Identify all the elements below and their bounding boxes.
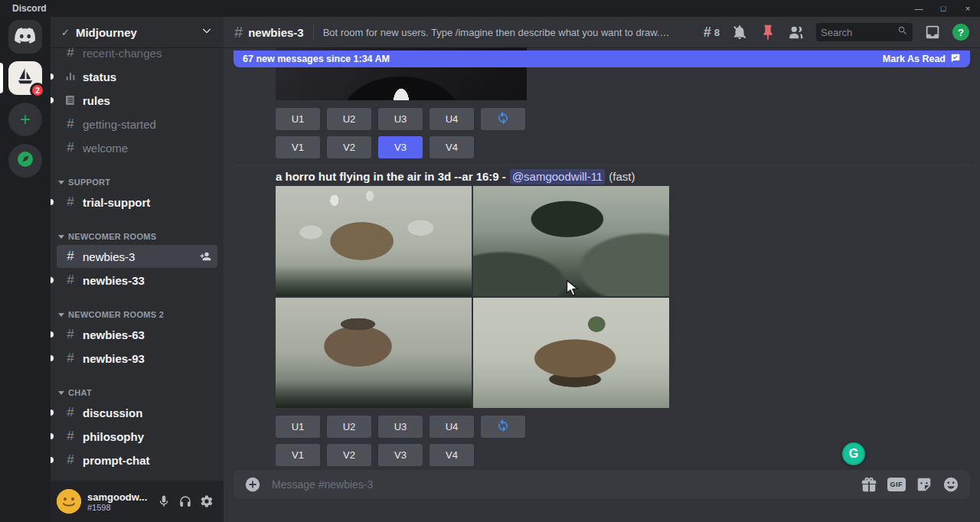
generated-image-1[interactable] xyxy=(276,186,472,296)
chevron-down-icon xyxy=(58,181,64,184)
channel-prompt-chat[interactable]: # prompt-chat xyxy=(57,449,217,471)
reroll-button[interactable] xyxy=(481,416,525,438)
channel-topic[interactable]: Bot room for new users. Type /imagine th… xyxy=(323,27,671,38)
user-mention[interactable]: @samgoodwill-11 xyxy=(510,169,605,184)
headphones-icon[interactable] xyxy=(175,491,196,512)
prompt-text: a horro hut flying in the air in 3d --ar… xyxy=(276,169,506,184)
gif-picker-icon[interactable]: GIF xyxy=(887,478,906,491)
channel-newbies-93[interactable]: # newbies-93 xyxy=(57,347,217,370)
sticker-icon[interactable] xyxy=(916,476,933,493)
channel-recent-changes[interactable]: # recent-changes xyxy=(57,47,217,64)
midjourney-server-icon[interactable]: 2 xyxy=(8,61,42,95)
verified-server-icon: ✓ xyxy=(61,27,70,38)
new-messages-bar[interactable]: 67 new messages since 1:34 AM Mark As Re… xyxy=(234,51,970,67)
create-invite-icon[interactable] xyxy=(199,250,211,263)
u2-button[interactable]: U2 xyxy=(327,416,371,438)
generated-image-2[interactable] xyxy=(473,186,669,296)
channel-newbies-3[interactable]: # newbies-3 xyxy=(57,245,217,268)
hash-icon: # xyxy=(63,47,78,60)
server-header[interactable]: ✓ Midjourney xyxy=(51,17,224,47)
mark-as-read-button[interactable]: Mark As Read xyxy=(883,53,961,66)
u1-button[interactable]: U1 xyxy=(276,108,320,130)
v3-button-selected[interactable]: V3 xyxy=(378,136,423,158)
u1-button[interactable]: U1 xyxy=(276,416,320,438)
v3-button[interactable]: V3 xyxy=(378,444,423,466)
v2-button[interactable]: V2 xyxy=(327,444,371,466)
v4-button[interactable]: V4 xyxy=(430,136,474,158)
variation-button-row: V1 V2 V3 V4 xyxy=(276,444,980,466)
u3-button[interactable]: U3 xyxy=(378,416,423,438)
v1-button[interactable]: V1 xyxy=(276,444,320,466)
section-newcomer-rooms-2[interactable]: NEWCOMER ROOMS 2 xyxy=(58,308,217,321)
channel-list: # recent-changes status rules # xyxy=(51,47,224,481)
u4-button[interactable]: U4 xyxy=(430,416,474,438)
section-newcomer-rooms[interactable]: NEWCOMER ROOMS xyxy=(58,230,217,243)
attach-plus-icon[interactable] xyxy=(244,476,261,493)
explore-rail-item xyxy=(0,144,51,178)
inbox-icon[interactable] xyxy=(924,24,941,41)
section-support[interactable]: SUPPORT xyxy=(58,175,217,189)
chat-header: # newbies-3 Bot room for new users. Type… xyxy=(224,17,980,47)
main-row: 2 + ✓ Midjourney xyxy=(0,17,980,522)
gear-icon[interactable] xyxy=(196,491,217,512)
help-icon[interactable]: ? xyxy=(952,24,969,41)
reroll-button[interactable] xyxy=(481,108,525,130)
server-rail: 2 + xyxy=(0,17,51,522)
channel-newbies-33[interactable]: # newbies-33 xyxy=(57,269,217,292)
midjourney-rail-item: 2 xyxy=(0,61,51,95)
v2-button[interactable]: V2 xyxy=(327,136,371,158)
grammarly-badge[interactable]: G xyxy=(842,442,865,465)
composer-icons: GIF xyxy=(861,476,960,493)
message-divider xyxy=(236,165,969,165)
u2-button[interactable]: U2 xyxy=(327,108,371,130)
generated-image-3[interactable] xyxy=(276,298,472,408)
message-input-box[interactable]: GIF xyxy=(234,470,970,499)
u4-button[interactable]: U4 xyxy=(430,108,474,130)
channel-trial-support[interactable]: # trial-support xyxy=(57,191,217,214)
user-discriminator: #1598 xyxy=(87,503,153,512)
mic-icon[interactable] xyxy=(153,491,175,512)
hash-icon: # xyxy=(63,327,78,342)
search-input[interactable]: Search xyxy=(816,23,913,41)
upscale-button-row: U1 U2 U3 U4 xyxy=(276,416,980,438)
rules-channel-icon xyxy=(63,94,78,106)
add-server-button[interactable]: + xyxy=(8,103,42,136)
user-avatar[interactable] xyxy=(57,489,81,514)
compass-icon xyxy=(16,150,34,171)
emoji-icon[interactable] xyxy=(942,476,959,493)
channel-status[interactable]: status xyxy=(57,65,217,88)
explore-servers-button[interactable] xyxy=(8,144,42,178)
chat-body: 67 new messages since 1:34 AM Mark As Re… xyxy=(224,47,980,522)
channel-rules[interactable]: rules xyxy=(57,89,217,112)
refresh-icon xyxy=(496,419,510,435)
member-list-icon[interactable] xyxy=(788,24,805,41)
v1-button[interactable]: V1 xyxy=(276,136,320,158)
channel-getting-started[interactable]: # getting-started xyxy=(57,113,217,135)
section-chat[interactable]: CHAT xyxy=(58,386,217,400)
channel-newbies-63[interactable]: # newbies-63 xyxy=(57,323,217,346)
user-actions xyxy=(153,491,217,512)
channel-welcome[interactable]: # welcome xyxy=(57,136,217,159)
pinned-messages-icon[interactable] xyxy=(760,24,776,41)
maximize-button[interactable]: □ xyxy=(931,0,956,17)
hash-icon: # xyxy=(63,351,78,366)
hash-icon: # xyxy=(63,249,78,264)
threads-button[interactable]: # 8 xyxy=(704,24,720,41)
status-channel-icon xyxy=(63,70,78,83)
channel-philosophy[interactable]: # philosophy xyxy=(57,425,217,448)
header-divider xyxy=(313,24,314,40)
user-area: samgoodw... #1598 xyxy=(51,481,224,522)
generated-image-4[interactable] xyxy=(473,298,669,408)
minimize-button[interactable]: — xyxy=(906,0,931,17)
channel-discussion[interactable]: # discussion xyxy=(57,401,217,424)
gift-icon[interactable] xyxy=(861,476,877,493)
notifications-muted-icon[interactable] xyxy=(731,24,748,41)
v4-button[interactable]: V4 xyxy=(430,444,474,466)
discord-app: Discord — □ × 2 xyxy=(0,0,980,522)
discord-home-button[interactable] xyxy=(8,20,42,54)
u3-button[interactable]: U3 xyxy=(378,108,423,130)
user-info[interactable]: samgoodw... #1598 xyxy=(87,491,153,512)
message-input[interactable] xyxy=(272,478,861,491)
channel-sidebar: ✓ Midjourney # recent-changes status xyxy=(51,17,224,522)
close-button[interactable]: × xyxy=(956,0,980,17)
